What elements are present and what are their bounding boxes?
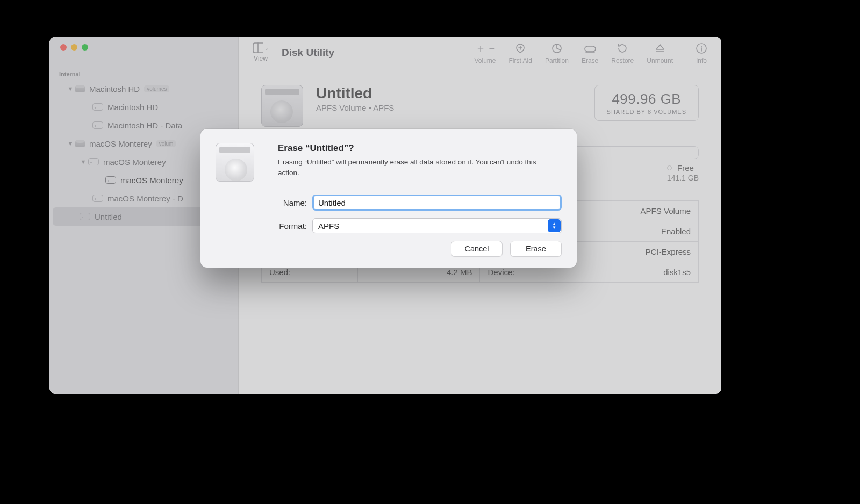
eject-icon (655, 42, 665, 55)
name-label: Name: (216, 198, 312, 207)
capacity-box: 499.96 GB SHARED BY 8 VOLUMES (594, 85, 699, 121)
svg-point-10 (701, 46, 702, 47)
volume-icon (92, 121, 103, 129)
sidebar-section-internal: Internal (49, 58, 238, 80)
window-title: Disk Utility (282, 47, 334, 59)
volumes-badge: volum (156, 140, 176, 147)
container-icon (75, 140, 85, 147)
volume-icon (105, 176, 116, 184)
svg-marker-7 (656, 45, 664, 49)
dialog-body: Erasing “Untitled” will permanently eras… (278, 157, 557, 178)
volume-subtitle: APFS Volume • APFS (316, 103, 394, 112)
view-button[interactable]: ⌄ View (253, 42, 269, 62)
first-aid-icon (514, 42, 526, 55)
minimize-window-button[interactable] (71, 44, 77, 51)
info-icon (696, 42, 707, 55)
sidebar-item-label: macOS Monterey (89, 139, 152, 148)
toolbar-label: View (254, 55, 268, 62)
name-input[interactable] (312, 195, 562, 211)
sidebar-toggle-icon: ⌄ (253, 42, 269, 54)
toolbar-actions: ＋ − Volume First Aid Partition (475, 42, 708, 64)
erase-confirm-button[interactable]: Erase (510, 241, 562, 257)
unmount-button[interactable]: Unmount (647, 42, 673, 64)
info-owners: Enabled (576, 221, 699, 242)
sidebar-item-label: macOS Monterey (103, 157, 166, 167)
volumes-badge: volumes (144, 85, 169, 92)
dialog-title: Erase “Untitled”? (278, 143, 557, 154)
sidebar-item-macintosh-hd[interactable]: ▼ Macintosh HD volumes (49, 80, 238, 98)
volume-header: Untitled APFS Volume • APFS 499.96 GB SH… (261, 85, 699, 127)
sidebar-item-label: macOS Monterey - D (108, 194, 183, 203)
legend-swatch-free (667, 165, 672, 170)
cancel-button[interactable]: Cancel (451, 241, 503, 257)
volume-button[interactable]: ＋ − Volume (475, 42, 496, 64)
info-type: APFS Volume (576, 201, 699, 221)
close-window-button[interactable] (60, 44, 67, 51)
format-label: Format: (216, 221, 312, 231)
zoom-window-button[interactable] (82, 44, 88, 51)
volume-icon (88, 158, 99, 165)
volume-large-icon (261, 85, 303, 127)
window-controls (49, 37, 238, 58)
sidebar-item-label: macOS Monterey (120, 176, 183, 185)
info-device-value: disk1s5 (576, 262, 699, 283)
restore-icon (617, 42, 628, 55)
capacity-value: 499.96 GB (607, 91, 686, 107)
updown-stepper-icon: ▲▼ (548, 219, 561, 232)
container-icon (75, 85, 85, 92)
info-connection-value: PCI-Express (576, 242, 699, 262)
sidebar-item-label: Macintosh HD - Data (108, 121, 182, 130)
restore-button[interactable]: Restore (611, 42, 634, 64)
legend-free-label: Free (677, 163, 694, 172)
partition-icon (551, 42, 563, 55)
info-button[interactable]: Info (696, 42, 707, 64)
format-select[interactable]: APFS (312, 218, 562, 233)
plus-minus-icon: ＋ − (475, 42, 495, 55)
dialog-disk-icon (216, 143, 254, 182)
erase-icon (584, 42, 597, 55)
sidebar-item-macintosh-hd-volume[interactable]: Macintosh HD (49, 98, 238, 116)
volume-name: Untitled (316, 85, 394, 102)
svg-rect-5 (585, 46, 596, 52)
chevron-down-icon: ▼ (80, 159, 87, 165)
chevron-down-icon: ▼ (67, 140, 74, 147)
legend-free-value: 141.1 GB (667, 174, 699, 182)
volume-icon (92, 195, 103, 202)
sidebar-item-label: Macintosh HD (89, 84, 140, 93)
sidebar-item-label: Macintosh HD (108, 103, 158, 112)
partition-button[interactable]: Partition (545, 42, 569, 64)
format-select-value: APFS (318, 221, 339, 231)
volume-icon (92, 103, 103, 111)
sidebar-item-label: Untitled (95, 212, 122, 221)
capacity-caption: SHARED BY 8 VOLUMES (607, 109, 686, 115)
erase-dialog: Erase “Untitled”? Erasing “Untitled” wil… (200, 129, 577, 268)
toolbar: ⌄ View Disk Utility ＋ − Volume First Aid (239, 37, 721, 72)
chevron-down-icon: ▼ (67, 85, 74, 92)
first-aid-button[interactable]: First Aid (509, 42, 532, 64)
volume-icon (80, 213, 90, 220)
erase-button[interactable]: Erase (582, 42, 598, 64)
